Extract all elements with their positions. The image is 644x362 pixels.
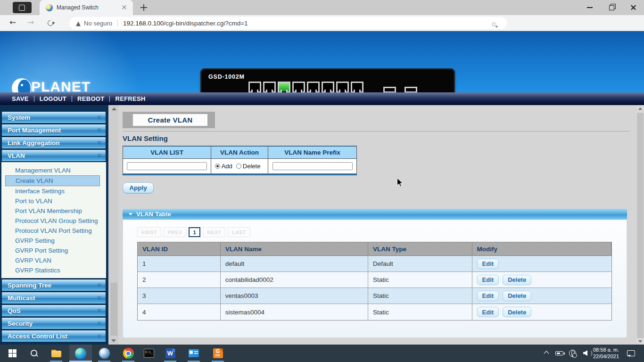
sidebar-scrollbar[interactable] [109,105,118,345]
sidebar-item-interface-settings[interactable]: Interface Settings [1,186,106,196]
add-favorite-icon[interactable]: ☆+ [491,21,500,28]
radio-delete[interactable] [236,164,241,169]
command-prompt-icon[interactable]: C:\_ [138,345,160,362]
radio-add-label[interactable]: Add [222,163,232,170]
sidebar-item-protocol-vlan-group-setting[interactable]: Protocol VLAN Group Setting [1,216,106,226]
browser-tab[interactable]: Managed Switch [40,0,133,15]
tab-close-icon[interactable] [121,4,128,11]
top-action-bar: SAVE LOGOUT REBOOT REFRESH [0,92,644,105]
scrollbar-thumb[interactable] [637,113,644,338]
url-text[interactable]: 192.168.0.100/cgi-bin/dispatcher.cgi?cmd… [123,20,248,27]
pager-page-1-button[interactable]: 1 [189,227,200,237]
sidebar-item-gvrp-port-setting[interactable]: GVRP Port Setting [1,246,106,255]
page-title-box: Create VLAN [123,112,215,128]
sidebar-item-gvrp-setting[interactable]: GVRP Setting [1,236,106,246]
pager-next-button[interactable]: NEXT [203,227,225,237]
reload-icon[interactable] [47,19,55,27]
sidebar-item-port-vlan-membership[interactable]: Port VLAN Membership [1,206,106,216]
edit-button[interactable]: Edit [477,307,499,317]
delete-button[interactable]: Delete [503,307,531,317]
pager-prev-button[interactable]: PREV [164,227,187,237]
sidebar-menu: System▽ Port Management▽ Link Aggregatio… [0,105,108,345]
delete-button[interactable]: Delete [503,275,531,285]
panel-header[interactable]: VLAN Table [123,209,627,220]
cell-vlan-name: contabilidad0002 [221,272,368,288]
battery-icon[interactable] [555,351,563,355]
close-button[interactable] [622,0,644,15]
sidebar-section-spanning-tree[interactable]: Spanning Tree▽ [1,279,106,291]
column-header-vlan-action: VLAN Action [211,147,268,159]
pager-last-button[interactable]: LAST [228,227,250,237]
winbox-sphere-icon[interactable] [93,345,116,362]
sidebar-item-gvrp-statistics[interactable]: GVRP Statistics [1,265,106,275]
vlan-table: VLAN ID VLAN Name VLAN Type Modify 1 def… [137,242,612,321]
chrome-icon[interactable] [117,345,140,362]
sidebar-section-multicast[interactable]: Multicast▽ [1,292,106,304]
contact-card-app-icon[interactable] [182,345,205,362]
sidebar-item-protocol-vlan-port-setting[interactable]: Protocol VLAN Port Setting [1,226,106,236]
pager-first-button[interactable]: FIRST [137,227,161,237]
chevron-down-icon: ▽ [98,321,101,326]
sidebar-section-access-control-list[interactable]: Access Control List▽ [1,330,106,342]
sidebar-item-management-vlan[interactable]: Management VLAN [1,165,106,175]
sidebar-section-qos[interactable]: QoS▽ [1,304,106,317]
apply-button[interactable]: Apply [123,182,154,193]
sidebar-item-gvrp-vlan[interactable]: GVRP VLAN [1,255,106,265]
start-button[interactable] [1,345,24,362]
edit-button[interactable]: Edit [477,259,499,269]
cell-vlan-name: default [221,256,368,272]
browser-app-icon[interactable] [13,2,32,13]
column-header-vlan-id: VLAN ID [138,242,221,256]
forward-icon[interactable]: → [27,17,34,27]
new-tab-button[interactable] [140,4,147,11]
edit-button[interactable]: Edit [477,291,499,301]
sidebar-section-security[interactable]: Security▽ [1,317,106,329]
sidebar-section-link-aggregation[interactable]: Link Aggregation▽ [1,137,106,149]
sidebar-item-port-to-vlan[interactable]: Port to VLAN [1,196,106,206]
sidebar-section-vlan[interactable]: VLAN▽ [1,149,106,162]
address-bar[interactable]: ▲ No seguro 192.168.0.100/cgi-bin/dispat… [69,17,507,29]
taskbar-clock[interactable]: 08:58 a. m. 22/04/2021 [593,347,623,360]
table-header-row: VLAN ID VLAN Name VLAN Type Modify [138,242,611,256]
scroll-up-icon[interactable] [112,107,116,110]
sidebar-item-create-vlan[interactable]: Create VLAN [5,175,100,186]
gpdf-app-icon[interactable]: GPDF [206,345,229,362]
network-icon[interactable] [569,350,576,357]
volume-icon[interactable] [583,350,587,356]
minimize-button[interactable] [579,0,601,15]
delete-button[interactable]: Delete [503,291,531,301]
back-icon[interactable]: ← [9,17,16,27]
reboot-link[interactable]: REBOOT [77,95,104,102]
sidebar-section-port-management[interactable]: Port Management▽ [1,124,106,136]
radio-delete-label[interactable]: Delete [243,163,261,170]
content-scrollbar[interactable] [636,105,644,345]
vlan-setting-table: VLAN LIST VLAN Action VLAN Name Prefix A… [123,146,357,175]
collapse-triangle-icon[interactable] [129,213,132,215]
logout-link[interactable]: LOGOUT [40,95,66,102]
restore-button[interactable] [601,0,622,15]
security-label[interactable]: No seguro [84,20,112,27]
radio-add[interactable] [215,164,220,169]
cell-vlan-name: sistemas0004 [221,304,368,320]
column-header-modify: Modify [472,242,611,256]
file-explorer-icon[interactable] [45,345,67,362]
vlan-list-input[interactable] [127,162,207,170]
column-header-vlan-name-prefix: VLAN Name Prefix [268,147,356,159]
save-link[interactable]: SAVE [12,95,29,102]
word-icon[interactable]: W [159,345,182,362]
action-center-icon[interactable] [627,350,635,356]
sidebar-section-system[interactable]: System▽ [1,111,106,123]
edge-browser-icon[interactable] [69,345,92,362]
scrollbar-thumb[interactable] [110,283,117,336]
scroll-down-icon[interactable] [111,339,116,342]
column-header-vlan-list: VLAN LIST [123,147,211,159]
scroll-up-icon[interactable] [638,107,642,110]
vlan-name-prefix-input[interactable] [272,162,353,170]
window-controls [579,0,644,15]
edit-button[interactable]: Edit [477,275,499,285]
column-header-vlan-name: VLAN Name [221,242,368,256]
refresh-link[interactable]: REFRESH [115,95,145,102]
scroll-down-icon[interactable] [638,340,642,343]
search-icon[interactable] [23,345,45,362]
tray-expand-icon[interactable] [544,351,549,356]
